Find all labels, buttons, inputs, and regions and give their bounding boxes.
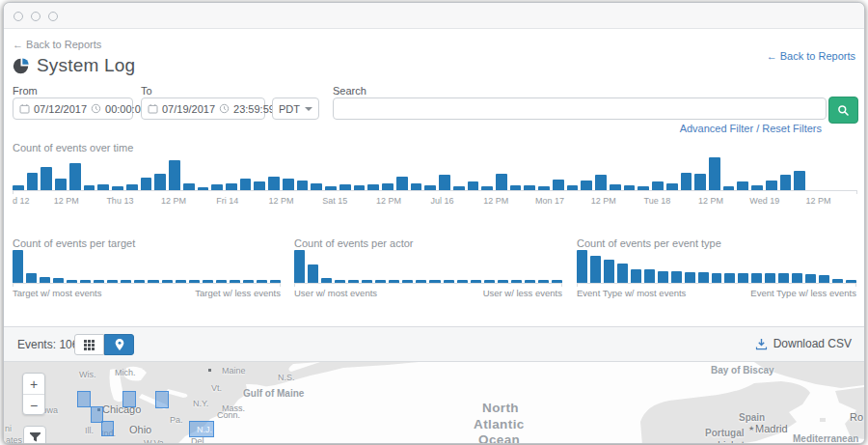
- back-to-reports-link[interactable]: ← Back to Reports: [13, 39, 101, 50]
- bar: [805, 274, 816, 283]
- map-poi-dot: [208, 369, 211, 372]
- bar: [819, 275, 829, 283]
- calendar-icon: [148, 103, 158, 114]
- map-label: North: [482, 401, 519, 415]
- search-button[interactable]: [828, 97, 858, 124]
- bar: [766, 181, 777, 190]
- bar: [141, 178, 152, 190]
- map-label: Wis.: [79, 370, 96, 379]
- to-time-value: 23:59:59: [233, 103, 275, 115]
- bar: [765, 273, 775, 283]
- reset-filters-link[interactable]: Reset Filters: [762, 123, 822, 134]
- bar: [308, 264, 318, 283]
- clock-icon: [91, 103, 101, 114]
- map-label: Mediterranean: [793, 433, 858, 444]
- bar: [69, 163, 81, 190]
- map-zoom-out-button[interactable]: −: [23, 394, 44, 415]
- page-title: System Log: [37, 55, 135, 76]
- bar: [738, 273, 748, 283]
- event-type-less-label: Event Type w/ less events: [750, 288, 856, 298]
- map-label: Ill.: [85, 426, 94, 435]
- map-view-button[interactable]: [104, 334, 134, 355]
- bar: [617, 264, 628, 283]
- bar: [311, 183, 322, 190]
- target-chart[interactable]: Target w/ most events Target w/ less eve…: [13, 250, 281, 298]
- advanced-filter-link[interactable]: Advanced Filter: [680, 123, 753, 134]
- actor-chart[interactable]: User w/ most events User w/ less events: [294, 250, 562, 298]
- event-type-bars: [577, 250, 856, 283]
- map-event-marker[interactable]: [101, 421, 114, 436]
- bar: [154, 174, 166, 190]
- map-poi-star: ★: [748, 425, 754, 432]
- map-poi-star: ★: [740, 440, 746, 444]
- bar: [553, 180, 564, 190]
- map-label: Pa.: [170, 415, 183, 425]
- map-label: Maine: [222, 366, 246, 375]
- x-tick-label: Mon 17: [535, 196, 564, 206]
- actor-chart-title: Count of events per actor: [294, 237, 414, 249]
- x-tick-label: Tue 18: [644, 196, 671, 206]
- bar: [671, 271, 682, 283]
- download-csv-button[interactable]: Download CSV: [755, 337, 852, 350]
- bar: [681, 173, 692, 190]
- x-tick-label: 12 PM: [805, 196, 830, 206]
- map-filter-button[interactable]: [23, 426, 46, 444]
- map-label: Portugal: [705, 428, 745, 438]
- window-close-button[interactable]: [14, 12, 23, 21]
- to-datetime-input[interactable]: 07/19/2017 23:59:59: [141, 97, 265, 120]
- search-input[interactable]: [333, 97, 827, 120]
- bar: [778, 273, 789, 283]
- bar: [297, 181, 309, 190]
- map-label: N.J.: [197, 425, 212, 434]
- app-window: ← Back to Reports ← Back to Reports Syst…: [3, 2, 865, 444]
- x-tick-label: 12 PM: [591, 196, 616, 206]
- bar: [631, 269, 641, 283]
- bar: [240, 179, 252, 190]
- overtime-chart[interactable]: d 1212 PMThu 1312 PMFri 1412 PMSat 1512 …: [13, 157, 857, 208]
- map-label: Vt.: [211, 383, 222, 393]
- map-label: ni: [5, 424, 12, 433]
- bar: [581, 181, 592, 190]
- map-event-marker[interactable]: [77, 391, 91, 407]
- bar: [724, 273, 735, 283]
- map-zoom-in-button[interactable]: +: [23, 374, 44, 394]
- window-zoom-button[interactable]: [48, 12, 58, 21]
- events-map[interactable]: + − ★★Wis.Mich.MaineN.S.Vt.Gulf of Maine…: [4, 362, 864, 444]
- bar: [709, 157, 720, 190]
- map-label: Ro: [850, 411, 863, 423]
- window-minimize-button[interactable]: [31, 12, 41, 21]
- bar: [496, 174, 507, 190]
- bar: [577, 250, 587, 283]
- bar: [794, 171, 805, 190]
- x-tick-label: 12 PM: [268, 196, 293, 206]
- timezone-select[interactable]: PDT: [272, 97, 319, 120]
- download-csv-label: Download CSV: [773, 337, 852, 350]
- bar: [792, 273, 802, 283]
- bar: [254, 181, 265, 190]
- x-tick-label: Wed 19: [749, 196, 779, 206]
- actor-x-axis: [294, 283, 562, 284]
- link-separator: /: [753, 123, 762, 134]
- screenshot: ← Back to Reports ← Back to Reports Syst…: [0, 0, 868, 445]
- timezone-value: PDT: [279, 103, 300, 115]
- map-label: Mich.: [115, 368, 136, 377]
- x-tick-label: 12 PM: [698, 196, 723, 206]
- actor-bars: [294, 250, 562, 283]
- bar: [13, 250, 23, 283]
- map-event-marker[interactable]: [122, 391, 136, 407]
- bar: [751, 273, 762, 283]
- back-to-reports-link-top-right[interactable]: ← Back to Reports: [767, 50, 855, 62]
- bar: [604, 260, 614, 283]
- map-pin-icon: [114, 338, 125, 351]
- grid-view-button[interactable]: [74, 334, 104, 355]
- bar: [382, 183, 393, 190]
- bar: [712, 273, 722, 283]
- bar: [26, 273, 37, 283]
- report-pie-icon: [13, 58, 29, 74]
- map-label: Atlantic: [474, 417, 525, 431]
- actor-most-label: User w/ most events: [294, 288, 377, 298]
- from-datetime-input[interactable]: 07/12/2017 00:00:00: [13, 97, 133, 120]
- bar: [666, 183, 678, 190]
- event-type-chart[interactable]: Event Type w/ most events Event Type w/ …: [577, 250, 856, 298]
- map-event-marker[interactable]: [155, 391, 169, 408]
